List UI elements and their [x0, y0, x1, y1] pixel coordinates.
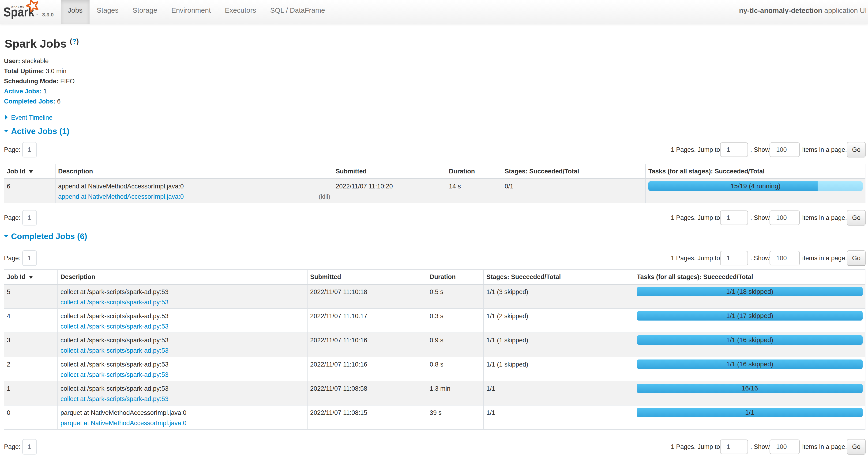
svg-text:™: ™	[35, 13, 38, 16]
